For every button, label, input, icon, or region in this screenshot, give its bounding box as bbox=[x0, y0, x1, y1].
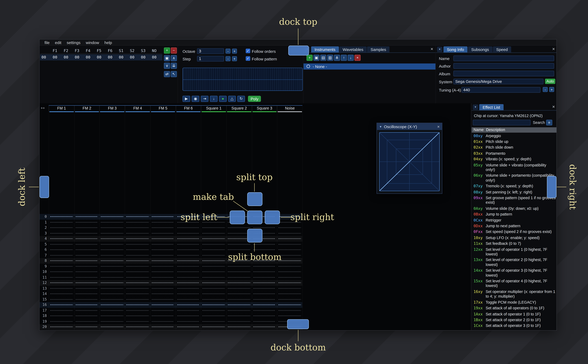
pattern-cell[interactable] bbox=[226, 247, 251, 253]
pattern-cell[interactable] bbox=[49, 264, 74, 269]
pattern-cell[interactable] bbox=[201, 253, 226, 258]
octave-decrease-button[interactable]: - bbox=[225, 49, 231, 54]
pattern-cell[interactable] bbox=[201, 302, 226, 308]
pattern-cell[interactable] bbox=[74, 297, 99, 302]
pattern-cell[interactable] bbox=[125, 264, 150, 269]
pattern-cell[interactable] bbox=[49, 275, 74, 280]
pattern-cell[interactable] bbox=[201, 313, 226, 319]
order-cell[interactable]: 00 bbox=[83, 55, 94, 59]
step-one-row-button[interactable]: ↓ bbox=[210, 96, 218, 102]
pattern-cell[interactable] bbox=[49, 269, 74, 274]
pattern-cell[interactable] bbox=[252, 330, 277, 331]
pattern-cell[interactable] bbox=[49, 308, 74, 313]
pattern-cell[interactable] bbox=[176, 308, 201, 313]
channel-header-fm-3[interactable]: FM 3 bbox=[99, 106, 125, 112]
effect-row[interactable]: 19xxSet attack of all operators (0 to 1F… bbox=[472, 305, 557, 311]
pattern-cell[interactable] bbox=[99, 324, 125, 330]
pattern-cell[interactable] bbox=[201, 269, 226, 274]
pattern-cell[interactable] bbox=[277, 291, 302, 297]
duplicate-order-button[interactable]: ▣ bbox=[164, 55, 170, 61]
pattern-cell[interactable] bbox=[150, 264, 176, 269]
pattern-cell[interactable] bbox=[74, 241, 99, 247]
pattern-cell[interactable] bbox=[49, 220, 74, 225]
pattern-cell[interactable] bbox=[201, 319, 226, 324]
pattern-cell[interactable] bbox=[252, 286, 277, 291]
pattern-cell[interactable] bbox=[125, 253, 150, 258]
effect-row[interactable]: 07xyTremolo (x: speed; y: depth) bbox=[472, 183, 557, 189]
pattern-cell[interactable] bbox=[226, 264, 251, 269]
pattern-cell[interactable] bbox=[252, 308, 277, 313]
tuning-field[interactable]: 440 bbox=[461, 87, 541, 93]
pattern-cell[interactable] bbox=[74, 264, 99, 269]
pattern-cell[interactable] bbox=[150, 313, 176, 319]
pattern-cell[interactable] bbox=[49, 230, 74, 236]
pattern-cell[interactable] bbox=[277, 230, 302, 236]
order-cell[interactable]: 00 bbox=[116, 55, 127, 59]
move-instrument-up-button[interactable]: ↑ bbox=[341, 55, 347, 61]
order-edit-mode-button[interactable]: ↖ bbox=[171, 71, 177, 77]
split-target-left[interactable] bbox=[230, 210, 245, 224]
tab-effect-list[interactable]: Effect List bbox=[479, 104, 504, 110]
order-cell[interactable]: 00 bbox=[94, 55, 105, 59]
effect-row[interactable]: 13xxSet level of operator 2 (0 highest, … bbox=[472, 257, 557, 268]
order-cell[interactable]: 00 bbox=[60, 55, 72, 59]
pattern-cell[interactable] bbox=[74, 214, 99, 219]
add-instrument-button[interactable]: + bbox=[306, 55, 313, 61]
pattern-cell[interactable] bbox=[74, 236, 99, 241]
pattern-cell[interactable] bbox=[125, 324, 150, 330]
piano-keyboard[interactable] bbox=[183, 68, 303, 91]
pattern-cell[interactable] bbox=[99, 269, 125, 274]
hamburger-menu-icon[interactable]: ≡ bbox=[546, 120, 552, 125]
make-tab-target[interactable] bbox=[247, 210, 262, 224]
pattern-cell[interactable] bbox=[150, 241, 176, 247]
pattern-cell[interactable] bbox=[176, 253, 201, 258]
pattern-cell[interactable] bbox=[150, 297, 176, 302]
pattern-cell[interactable] bbox=[99, 214, 125, 219]
pattern-cell[interactable] bbox=[99, 308, 125, 313]
pattern-cell[interactable] bbox=[150, 269, 176, 274]
pattern-cell[interactable] bbox=[252, 302, 277, 308]
pattern-cell[interactable] bbox=[99, 319, 125, 324]
pattern-cell[interactable] bbox=[74, 302, 99, 308]
pattern-cell[interactable] bbox=[125, 230, 150, 236]
pattern-cell[interactable] bbox=[125, 220, 150, 225]
effect-row[interactable]: 15xxSet level of operator 4 (0 highest, … bbox=[472, 278, 557, 289]
pattern-cell[interactable] bbox=[125, 241, 150, 247]
pattern-cell[interactable] bbox=[277, 302, 302, 308]
pattern-cell[interactable] bbox=[226, 280, 251, 286]
tuning-increase-button[interactable]: + bbox=[549, 87, 554, 92]
pattern-cell[interactable] bbox=[99, 225, 125, 230]
pattern-cell[interactable] bbox=[125, 291, 150, 297]
pattern-cell[interactable] bbox=[252, 324, 277, 330]
pattern-cell[interactable] bbox=[74, 291, 99, 297]
name-field[interactable] bbox=[453, 55, 554, 61]
pattern-cell[interactable] bbox=[74, 253, 99, 258]
album-field[interactable] bbox=[453, 71, 554, 76]
dock-target-top[interactable] bbox=[288, 46, 309, 55]
poly-toggle-button[interactable]: Poly bbox=[248, 96, 261, 102]
pattern-cell[interactable] bbox=[176, 247, 201, 253]
pattern-cell[interactable] bbox=[201, 330, 226, 331]
effect-row[interactable]: 0BxxJump to pattern bbox=[472, 212, 557, 217]
play-button[interactable]: ▶ bbox=[183, 96, 190, 102]
pattern-cell[interactable] bbox=[99, 280, 125, 286]
tab-instruments[interactable]: Instruments bbox=[311, 46, 339, 52]
tab-song-info[interactable]: Song Info bbox=[443, 46, 468, 52]
channel-header-square-1[interactable]: Square 1 bbox=[201, 106, 226, 112]
pattern-cell[interactable] bbox=[125, 302, 150, 308]
pattern-cell[interactable] bbox=[226, 324, 251, 330]
pattern-cell[interactable] bbox=[99, 247, 125, 253]
pattern-cell[interactable] bbox=[150, 330, 176, 331]
pattern-cell[interactable] bbox=[99, 313, 125, 319]
effect-row[interactable]: 0FxxSet speed (speed 2 if no grooves exi… bbox=[472, 229, 557, 235]
pattern-cell[interactable] bbox=[150, 214, 176, 219]
pattern-cell[interactable] bbox=[226, 330, 251, 331]
pattern-cell[interactable] bbox=[226, 302, 251, 308]
collapse-arrow-icon[interactable]: ▾ bbox=[473, 104, 478, 110]
move-order-down-button[interactable]: ∨ bbox=[164, 63, 170, 69]
record-button[interactable]: ● bbox=[219, 96, 227, 102]
effect-row[interactable]: 0CxxRetrigger bbox=[472, 217, 557, 223]
effect-row[interactable]: 01xxPitch slide up bbox=[472, 139, 557, 145]
pattern-cell[interactable] bbox=[125, 280, 150, 286]
split-target-right[interactable] bbox=[265, 210, 280, 224]
